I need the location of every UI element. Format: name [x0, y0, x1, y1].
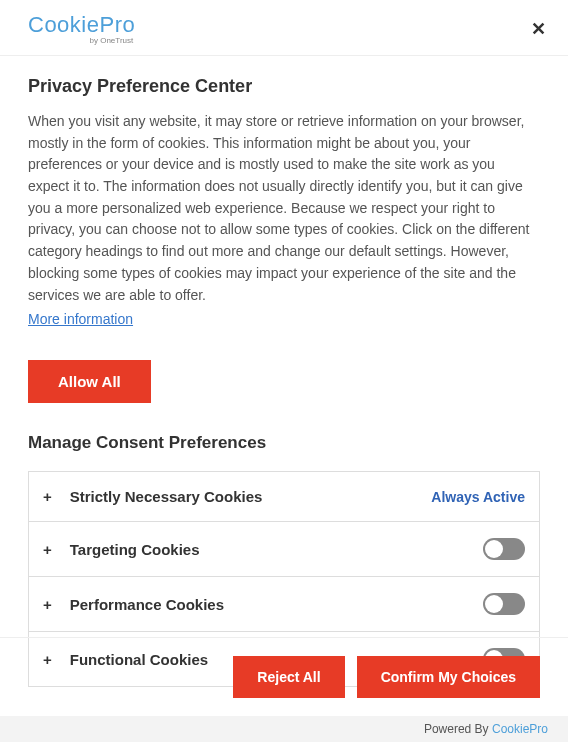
toggle-targeting[interactable] — [483, 538, 525, 560]
plus-icon: + — [43, 489, 52, 504]
logo-sub: by OneTrust — [90, 36, 134, 45]
footer: Reject All Confirm My Choices Powered By… — [0, 637, 568, 742]
content: Privacy Preference Center When you visit… — [0, 56, 568, 697]
page-title: Privacy Preference Center — [28, 76, 540, 97]
toggle-knob — [485, 595, 503, 613]
plus-icon: + — [43, 597, 52, 612]
confirm-choices-button[interactable]: Confirm My Choices — [357, 656, 540, 698]
category-label: Targeting Cookies — [70, 541, 483, 558]
logo-main: CookiePro — [28, 12, 135, 38]
allow-all-button[interactable]: Allow All — [28, 360, 151, 403]
toggle-performance[interactable] — [483, 593, 525, 615]
category-targeting[interactable]: + Targeting Cookies — [29, 522, 539, 577]
plus-icon: + — [43, 542, 52, 557]
always-active-label: Always Active — [431, 489, 525, 505]
description-text: When you visit any website, it may store… — [28, 111, 540, 306]
powered-by-prefix: Powered By — [424, 722, 492, 736]
powered-by-brand: CookiePro — [492, 722, 548, 736]
reject-all-button[interactable]: Reject All — [233, 656, 344, 698]
toggle-knob — [485, 540, 503, 558]
manage-consent-title: Manage Consent Preferences — [28, 433, 540, 453]
category-performance[interactable]: + Performance Cookies — [29, 577, 539, 632]
header: CookiePro by OneTrust ✕ — [0, 0, 568, 56]
footer-buttons: Reject All Confirm My Choices — [0, 637, 568, 716]
close-icon: ✕ — [531, 19, 546, 39]
powered-by: Powered By CookiePro — [0, 716, 568, 742]
category-strictly-necessary[interactable]: + Strictly Necessary Cookies Always Acti… — [29, 472, 539, 522]
close-button[interactable]: ✕ — [527, 14, 550, 44]
category-label: Performance Cookies — [70, 596, 483, 613]
logo: CookiePro by OneTrust — [28, 12, 135, 45]
more-information-link[interactable]: More information — [28, 311, 133, 327]
category-label: Strictly Necessary Cookies — [70, 488, 432, 505]
